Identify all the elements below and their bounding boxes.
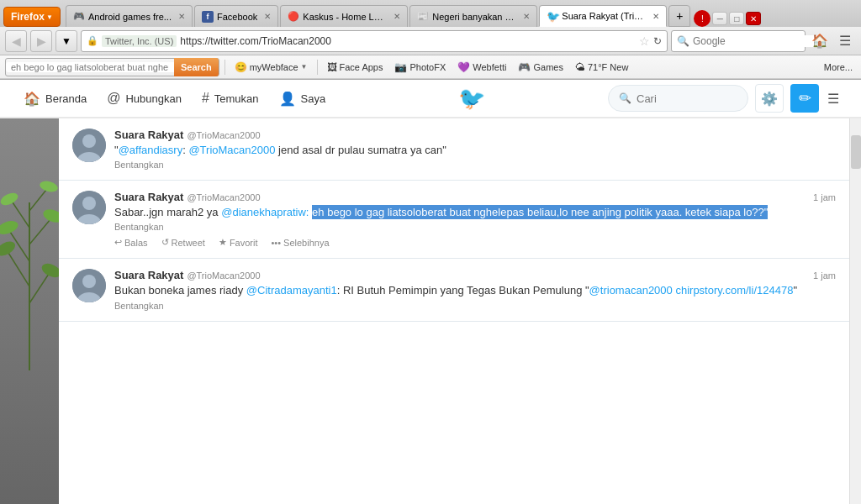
tweet-header-1: Suara Rakyat @TrioMacan2000 1 jam <box>114 191 836 203</box>
tab-kaskus[interactable]: 🔴 Kaskus - Home Log... ✕ <box>280 5 408 27</box>
bookmark-search-input[interactable] <box>6 62 174 72</box>
tweet-text-0: "@affandiasry: @TrioMacan2000 jend asal … <box>114 143 836 158</box>
tab-android-games[interactable]: 🎮 Android games fre... ✕ <box>66 5 193 27</box>
bookmark-webfetti[interactable]: 💜 Webfetti <box>453 58 510 76</box>
toolbar-temukan[interactable]: # Temukan <box>192 79 269 118</box>
twitter-logo-container: 🐦 <box>335 86 608 112</box>
twitter-settings-button[interactable]: ⚙️ <box>755 84 784 113</box>
bentangkan-2[interactable]: Bentangkan <box>114 301 836 311</box>
tweet-body-2: Suara Rakyat @TrioMacan2000 1 jam Bukan … <box>114 269 836 310</box>
twitter-search-container: 🔍 <box>608 85 748 112</box>
highlighted-text-1: eh bego lo gag liatsoloberat buat nghele… <box>312 205 768 219</box>
svg-point-6 <box>0 218 20 237</box>
retweet-action[interactable]: ↺ Retweet <box>161 237 205 248</box>
security-lock-icon: 🔒 <box>87 35 98 46</box>
tab-facebook[interactable]: f Facebook ✕ <box>194 5 278 27</box>
status-icon: ! <box>694 10 710 27</box>
reply-action[interactable]: ↩ Balas <box>114 237 148 248</box>
svg-point-12 <box>39 179 59 193</box>
bookmark-faceapps[interactable]: 🖼 Face Apps <box>323 58 388 76</box>
games-icon: 🎮 <box>518 61 531 73</box>
beranda-label: Beranda <box>45 92 87 105</box>
back-button[interactable]: ◀ <box>5 30 27 52</box>
bookmark-search-container: Search <box>5 58 219 76</box>
chirpstory-link[interactable]: chirpstory.com/li/124478 <box>675 284 793 297</box>
browser-search-input[interactable] <box>693 35 819 47</box>
games-label: Games <box>533 62 563 72</box>
bookmark-star-icon[interactable]: ☆ <box>639 34 650 48</box>
scrollbar-thumb[interactable] <box>851 135 861 169</box>
address-input[interactable] <box>180 35 636 47</box>
compose-tweet-button[interactable]: ✏ <box>790 84 819 113</box>
faceapps-label: Face Apps <box>340 62 383 72</box>
tweet-actions-1: ↩ Balas ↺ Retweet ★ Favorit ••• Selebihn… <box>114 237 836 248</box>
browser-chrome: Firefox ▼ 🎮 Android games fre... ✕ f Fac… <box>0 0 861 80</box>
navigation-bar: ◀ ▶ ▼ 🔒 Twitter, Inc. (US) ☆ ↻ 🔍 🏠 ☰ <box>0 27 861 55</box>
history-button[interactable]: ▼ <box>55 30 77 52</box>
bookmark-more[interactable]: More... <box>821 58 856 76</box>
mention-triomacan-2[interactable]: @triomacan2000 <box>589 284 673 297</box>
scrollbar[interactable] <box>849 118 861 504</box>
svg-line-3 <box>29 274 49 303</box>
tab-twitter[interactable]: 🐦 Suara Rakyat (Trio... ✕ <box>539 5 667 27</box>
svg-point-20 <box>82 275 96 288</box>
browser-menu-button[interactable]: ☰ <box>834 30 856 52</box>
plant-decoration <box>0 118 59 370</box>
tab-label-negeri: Negeri banyakan pr... <box>432 12 516 22</box>
profile-icon: 👤 <box>279 91 296 107</box>
bookmark-search-button[interactable]: Search <box>174 58 219 76</box>
firefox-label: Firefox <box>11 11 45 23</box>
bentangkan-0[interactable]: Bentangkan <box>114 160 836 170</box>
svg-line-7 <box>29 219 50 244</box>
tab-favicon-android: 🎮 <box>73 11 85 23</box>
mention-triomacan-0[interactable]: @TrioMacan2000 <box>188 144 275 156</box>
bookmark-mywebface[interactable]: 😊 myWebface ▼ <box>230 58 312 76</box>
tweet-username-2: Suara Rakyat <box>114 269 183 281</box>
toolbar-beranda[interactable]: 🏠 Beranda <box>13 79 97 118</box>
svg-line-1 <box>8 253 29 286</box>
bookmark-weather[interactable]: 🌤 71°F New <box>571 58 632 76</box>
refresh-button[interactable]: ↻ <box>653 35 662 47</box>
firefox-menu-button[interactable]: Firefox ▼ <box>3 7 61 27</box>
mywebface-label: myWebface <box>250 62 298 72</box>
list-button[interactable]: ☰ <box>819 84 848 113</box>
tweet-item-1: Suara Rakyat @TrioMacan2000 1 jam Sabar.… <box>59 181 849 259</box>
tab-label-kaskus: Kaskus - Home Log... <box>303 12 387 22</box>
mention-dianekha[interactable]: @dianekhapratiw: <box>221 206 309 218</box>
photofx-label: PhotoFX <box>409 62 446 72</box>
forward-button[interactable]: ▶ <box>30 30 52 52</box>
content-with-scroll: Suara Rakyat @TrioMacan2000 "@affandiasr… <box>59 118 861 504</box>
toolbar-hubungkan[interactable]: @ Hubungkan <box>97 79 192 118</box>
tab-close-kaskus[interactable]: ✕ <box>394 12 400 21</box>
mention-affandiasry[interactable]: @affandiasry <box>119 144 183 156</box>
home-button[interactable]: 🏠 <box>809 30 831 52</box>
svg-point-17 <box>82 197 96 210</box>
tab-favicon-facebook: f <box>202 11 214 23</box>
tab-label-facebook: Facebook <box>217 12 257 22</box>
tab-negeri[interactable]: 📰 Negeri banyakan pr... ✕ <box>409 5 537 27</box>
tab-close-negeri[interactable]: ✕ <box>523 12 530 21</box>
text-after-2: : RI Butuh Pemimpin yang Tegas Bukan Pem… <box>337 284 589 297</box>
home-icon: 🏠 <box>24 91 40 107</box>
favorite-action[interactable]: ★ Favorit <box>219 237 258 248</box>
site-identity-label[interactable]: Twitter, Inc. (US) <box>102 35 177 47</box>
tweet-item: Suara Rakyat @TrioMacan2000 "@affandiasr… <box>59 118 849 181</box>
maximize-button[interactable]: □ <box>729 12 744 25</box>
bentangkan-1[interactable]: Bentangkan <box>114 222 836 232</box>
text-before-2: Bukan boneka james riady <box>114 284 246 297</box>
toolbar-saya[interactable]: 👤 Saya <box>269 79 336 118</box>
favorite-label: Favorit <box>230 238 258 248</box>
bookmark-games[interactable]: 🎮 Games <box>514 58 567 76</box>
mention-citra[interactable]: @Citradamayanti1 <box>246 284 337 297</box>
twitter-search-input[interactable] <box>637 92 737 105</box>
new-tab-button[interactable]: + <box>668 5 690 27</box>
more-action[interactable]: ••• Selebihnya <box>272 237 330 248</box>
bookmark-photofx[interactable]: 📷 PhotoFX <box>390 58 450 76</box>
tab-close-facebook[interactable]: ✕ <box>264 12 271 21</box>
svg-point-2 <box>0 239 18 259</box>
bookmarks-divider <box>224 60 225 75</box>
minimize-button[interactable]: ─ <box>712 12 727 25</box>
tab-close-twitter[interactable]: ✕ <box>652 12 659 21</box>
close-button[interactable]: ✕ <box>746 12 761 25</box>
tab-close-android[interactable]: ✕ <box>178 12 185 21</box>
